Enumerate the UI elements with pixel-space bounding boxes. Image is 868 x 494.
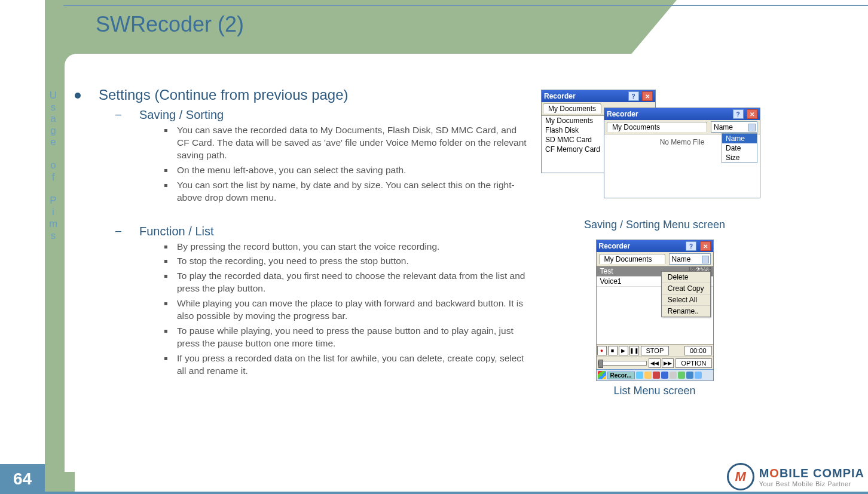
bullet-level3-text: If you press a recorded data on the list… [177, 352, 529, 378]
progress-handle[interactable] [598, 360, 603, 368]
sort-dropdown[interactable]: Name [711, 121, 757, 133]
tab-mydocs[interactable]: My Documents [543, 103, 601, 113]
start-icon[interactable] [598, 371, 606, 379]
stop-label[interactable]: STOP [641, 346, 670, 355]
content-area: Settings (Continue from previous page) –… [75, 87, 529, 380]
bullet-level3-text: By pressing the record button, you can s… [177, 241, 439, 253]
top-rule [63, 5, 868, 6]
caption-list-menu: List Menu screen [541, 385, 768, 397]
bullet-level3-icon [164, 330, 167, 333]
bullet-level2-dash: – [115, 108, 127, 122]
tray-icon[interactable] [661, 372, 668, 379]
stop-button[interactable]: ■ [608, 346, 618, 355]
bullet-level3-text: While playing you can move the place to … [177, 297, 529, 323]
sort-option[interactable]: Date [722, 143, 757, 153]
logo-letter: M [759, 467, 770, 480]
tray-icon[interactable] [644, 372, 652, 379]
bullet-level1-icon [75, 93, 81, 99]
tab-mydocs[interactable]: My Documents [607, 122, 707, 132]
close-icon[interactable]: ✕ [700, 241, 711, 251]
recorder-window-sort: Recorder ? ✕ My Documents Name No Memo F… [604, 108, 760, 198]
logo: M MOBILE COMPIA Your Best Mobile Biz Par… [727, 463, 864, 490]
caption-saving-sorting: Saving / Sorting Menu screen [541, 219, 768, 231]
bullet-level2-text: Saving / Sorting [139, 108, 224, 122]
bullet-level3-icon [164, 169, 167, 172]
taskbar: Recor... [597, 369, 713, 381]
tray-icon[interactable] [670, 372, 677, 379]
bullet-level1-text: Settings (Continue from previous page) [99, 87, 349, 103]
bullet-level3-text: To pause while playing, you need to pres… [177, 325, 529, 350]
sidebar-vertical-label: UsageofPims [49, 90, 57, 241]
progress-bar[interactable] [598, 361, 647, 366]
bullet-level3-text: On the menu left-above, you can select t… [177, 164, 406, 177]
file-name: Voice1 [600, 277, 622, 286]
sort-option[interactable]: Name [722, 134, 757, 143]
context-rename[interactable]: Rename.. [662, 306, 710, 317]
recorder-window-list: Recorder ? ✕ My Documents Name Test 2006… [596, 240, 714, 381]
help-icon[interactable]: ? [628, 91, 639, 101]
play-button[interactable]: ▶ [619, 346, 628, 355]
record-button[interactable]: ● [597, 346, 607, 355]
screenshots-area: Recorder ? ✕ My Documents My Documents F… [541, 90, 768, 406]
tray-icon[interactable] [678, 372, 685, 379]
pause-button[interactable]: ❚❚ [629, 346, 639, 355]
logo-text: MOBILE COMPIA [759, 467, 864, 480]
tray-icon[interactable] [636, 372, 643, 379]
sort-dropdown[interactable]: Name [669, 253, 711, 265]
bullet-level2-dash: – [115, 225, 127, 238]
file-name: Test [600, 267, 613, 275]
tab-mydocs[interactable]: My Documents [599, 254, 665, 264]
forward-button[interactable]: ▶▶ [662, 358, 674, 368]
close-icon[interactable]: ✕ [642, 91, 653, 101]
tray-icon[interactable] [653, 372, 660, 379]
tray-icon[interactable] [695, 372, 702, 379]
time-display: 00:00 [684, 346, 712, 355]
bullet-level3-icon [164, 302, 167, 305]
logo-letter: BILE COMPIA [780, 467, 864, 480]
bullet-level2-text: Function / List [139, 225, 214, 238]
bullet-level3-icon [164, 129, 167, 132]
bullet-level3-icon [164, 260, 167, 263]
close-icon[interactable]: ✕ [747, 109, 757, 119]
context-delete[interactable]: Delete [662, 272, 710, 283]
bullet-level3-icon [164, 275, 167, 278]
bullet-level3-text: To play the recorded data, you first nee… [177, 270, 529, 295]
logo-tagline: Your Best Mobile Biz Partner [759, 480, 864, 487]
tray-icon[interactable] [686, 372, 693, 379]
sort-option[interactable]: Size [722, 153, 757, 162]
help-icon[interactable]: ? [733, 109, 744, 119]
slide-title: SWRecoder (2) [96, 12, 244, 37]
footer-strip [0, 492, 868, 494]
context-create-copy[interactable]: Creat Copy [662, 283, 710, 294]
context-select-all[interactable]: Select All [662, 294, 710, 306]
logo-letter: O [769, 467, 780, 480]
logo-mark: M [727, 463, 754, 490]
bullet-level3-text: You can save the recorded data to My Doc… [177, 124, 529, 162]
help-icon[interactable]: ? [686, 241, 696, 251]
rewind-button[interactable]: ◀◀ [649, 358, 661, 368]
context-menu: Delete Creat Copy Select All Rename.. [661, 271, 711, 317]
bullet-level3-icon [164, 357, 167, 360]
window-title: Recorder [599, 242, 631, 250]
page-number: 64 [0, 464, 45, 494]
taskbar-app[interactable]: Recor... [607, 372, 635, 379]
window-title: Recorder [607, 110, 638, 118]
bullet-level3-text: You can sort the list by name, by date a… [177, 179, 529, 204]
window-title: Recorder [544, 92, 576, 100]
option-button[interactable]: OPTION [676, 358, 711, 368]
bullet-level3-icon [164, 184, 167, 187]
bullet-level3-icon [164, 246, 167, 248]
bullet-level3-text: To stop the recording, you need to press… [177, 255, 409, 268]
